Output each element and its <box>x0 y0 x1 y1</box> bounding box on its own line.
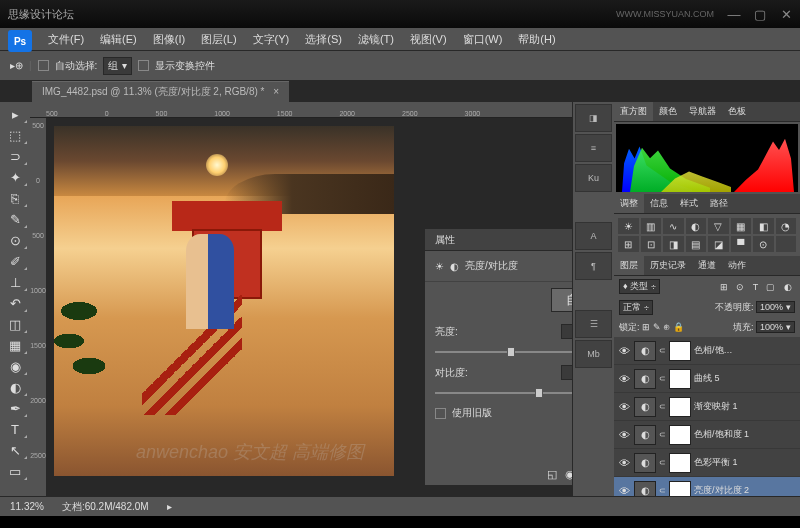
adj-levels-icon[interactable]: ▥ <box>641 218 662 234</box>
adj-photo-icon[interactable]: ◔ <box>776 218 797 234</box>
contrast-field[interactable]: 21 <box>561 365 572 380</box>
layer-row[interactable]: 👁◐⊂亮度/对比度 2 <box>614 477 800 496</box>
menu-select[interactable]: 选择(S) <box>297 32 350 47</box>
lasso-tool[interactable]: ⊃ <box>2 146 28 166</box>
maximize-icon[interactable]: ▢ <box>754 8 766 20</box>
layer-row[interactable]: 👁◐⊂色相/饱… <box>614 337 800 365</box>
properties-tab[interactable]: 属性 <box>435 233 455 247</box>
blend-mode-dropdown[interactable]: 正常 ÷ <box>619 300 653 315</box>
minimize-icon[interactable]: — <box>728 8 740 20</box>
brightness-field[interactable]: -19 <box>561 324 572 339</box>
blur-tool[interactable]: ◉ <box>2 356 28 376</box>
tab-history[interactable]: 历史记录 <box>644 256 692 275</box>
menu-edit[interactable]: 编辑(E) <box>92 32 145 47</box>
stamp-tool[interactable]: ⊥ <box>2 272 28 292</box>
layer-row[interactable]: 👁◐⊂色相/饱和度 1 <box>614 421 800 449</box>
layer-mask-thumb[interactable] <box>669 369 691 389</box>
tab-paths[interactable]: 路径 <box>704 194 734 213</box>
adj-brightness-icon[interactable]: ☀ <box>618 218 639 234</box>
view-prev-icon[interactable]: ◉ <box>565 468 572 481</box>
visibility-icon[interactable]: 👁 <box>617 429 631 441</box>
dock-btn-3[interactable]: Ku <box>575 164 612 192</box>
visibility-icon[interactable]: 👁 <box>617 401 631 413</box>
clip-layer-icon[interactable]: ◱ <box>547 468 557 481</box>
menu-view[interactable]: 视图(V) <box>402 32 455 47</box>
menu-help[interactable]: 帮助(H) <box>510 32 563 47</box>
layer-thumb[interactable]: ◐ <box>634 397 656 417</box>
brightness-slider[interactable] <box>435 351 572 353</box>
tab-close-icon[interactable]: × <box>273 86 279 97</box>
layer-thumb[interactable]: ◐ <box>634 453 656 473</box>
close-icon[interactable]: ✕ <box>780 8 792 20</box>
fill-field[interactable]: 100%▾ <box>756 321 795 333</box>
show-transform-checkbox[interactable] <box>138 60 149 71</box>
auto-button[interactable]: 自动 <box>551 288 572 312</box>
layer-mask-thumb[interactable] <box>669 341 691 361</box>
menu-filter[interactable]: 滤镜(T) <box>350 32 402 47</box>
auto-select-checkbox[interactable] <box>38 60 49 71</box>
tab-color[interactable]: 颜色 <box>653 102 683 121</box>
menu-window[interactable]: 窗口(W) <box>455 32 511 47</box>
tab-styles[interactable]: 样式 <box>674 194 704 213</box>
status-arrow-icon[interactable]: ▸ <box>167 501 172 512</box>
move-tool-icon[interactable]: ▸⊕ <box>10 60 23 71</box>
layer-row[interactable]: 👁◐⊂色彩平衡 1 <box>614 449 800 477</box>
tab-actions[interactable]: 动作 <box>722 256 752 275</box>
dock-btn-5[interactable]: ¶ <box>575 252 612 280</box>
adj-thresh-icon[interactable]: ◪ <box>708 236 729 252</box>
dock-btn-6[interactable]: ☰ <box>575 310 612 338</box>
tab-layers[interactable]: 图层 <box>614 256 644 275</box>
visibility-icon[interactable]: 👁 <box>617 345 631 357</box>
type-tool[interactable]: T <box>2 419 28 439</box>
doc-tab[interactable]: IMG_4482.psd @ 11.3% (亮度/对比度 2, RGB/8) *… <box>32 81 289 102</box>
adj-grad-icon[interactable]: ▀ <box>731 236 752 252</box>
dodge-tool[interactable]: ◐ <box>2 377 28 397</box>
visibility-icon[interactable]: 👁 <box>617 485 631 497</box>
layer-filter-dropdown[interactable]: ♦ 类型 ÷ <box>619 279 660 294</box>
adj-lookup-icon[interactable]: ⊡ <box>641 236 662 252</box>
image-view[interactable]: anwenchao 安文超 高端修图 属性▾≡ ☀◐亮度/对比度 自动 亮度:-… <box>46 118 572 496</box>
adj-sel-icon[interactable]: ⊙ <box>753 236 774 252</box>
adj-curves-icon[interactable]: ∿ <box>663 218 684 234</box>
tab-channels[interactable]: 通道 <box>692 256 722 275</box>
path-tool[interactable]: ↖ <box>2 440 28 460</box>
adj-invert-icon[interactable]: ◨ <box>663 236 684 252</box>
visibility-icon[interactable]: 👁 <box>617 373 631 385</box>
lock-icons[interactable]: ⊞ ✎ ⊕ 🔒 <box>642 322 684 332</box>
eyedropper-tool[interactable]: ✎ <box>2 209 28 229</box>
wand-tool[interactable]: ✦ <box>2 167 28 187</box>
tab-adjustments[interactable]: 调整 <box>614 194 644 213</box>
menu-image[interactable]: 图像(I) <box>145 32 193 47</box>
layer-filter-icons[interactable]: ⊞ ⊙ T ▢ ◐ <box>720 282 795 292</box>
dock-btn-4[interactable]: A <box>575 222 612 250</box>
layer-row[interactable]: 👁◐⊂渐变映射 1 <box>614 393 800 421</box>
layer-mask-thumb[interactable] <box>669 425 691 445</box>
brush-tool[interactable]: ✐ <box>2 251 28 271</box>
auto-select-dropdown[interactable]: 组▾ <box>103 57 132 75</box>
adj-hue-icon[interactable]: ▦ <box>731 218 752 234</box>
tab-swatches[interactable]: 色板 <box>722 102 752 121</box>
layer-thumb[interactable]: ◐ <box>634 481 656 497</box>
layer-thumb[interactable]: ◐ <box>634 425 656 445</box>
menu-type[interactable]: 文字(Y) <box>245 32 298 47</box>
layer-mask-thumb[interactable] <box>669 397 691 417</box>
tab-navigator[interactable]: 导航器 <box>683 102 722 121</box>
history-brush-tool[interactable]: ↶ <box>2 293 28 313</box>
adj-mixer-icon[interactable]: ⊞ <box>618 236 639 252</box>
contrast-slider[interactable] <box>435 392 572 394</box>
layer-mask-thumb[interactable] <box>669 481 691 497</box>
menu-layer[interactable]: 图层(L) <box>193 32 244 47</box>
pen-tool[interactable]: ✒ <box>2 398 28 418</box>
crop-tool[interactable]: ⎘ <box>2 188 28 208</box>
layer-row[interactable]: 👁◐⊂曲线 5 <box>614 365 800 393</box>
visibility-icon[interactable]: 👁 <box>617 457 631 469</box>
tab-histogram[interactable]: 直方图 <box>614 102 653 121</box>
adj-poster-icon[interactable]: ▤ <box>686 236 707 252</box>
opacity-field[interactable]: 100%▾ <box>756 301 795 313</box>
gradient-tool[interactable]: ▦ <box>2 335 28 355</box>
zoom-level[interactable]: 11.32% <box>10 501 44 512</box>
move-tool[interactable]: ▸ <box>2 104 28 124</box>
heal-tool[interactable]: ⊙ <box>2 230 28 250</box>
dock-btn-1[interactable]: ◨ <box>575 104 612 132</box>
layer-thumb[interactable]: ◐ <box>634 341 656 361</box>
